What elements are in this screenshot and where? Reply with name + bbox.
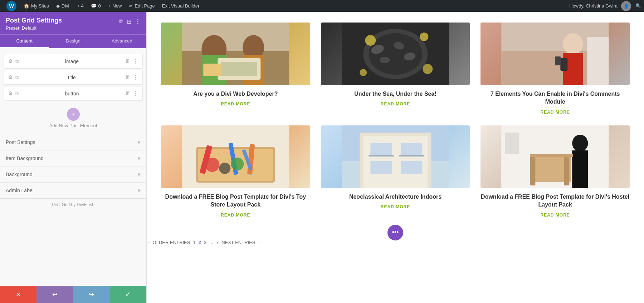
user-greeting: Howdy, Christina Gwira	[569, 3, 618, 9]
post-image-svg-4	[161, 125, 310, 188]
post-readmore-4[interactable]: READ MORE	[221, 213, 250, 218]
settings-icon[interactable]: ⚙	[8, 58, 13, 64]
grid-icon[interactable]: ⊞	[127, 18, 131, 25]
add-element-button[interactable]: + Add New Post Element	[0, 102, 146, 134]
exit-builder-btn[interactable]: Exit Visual Builder	[158, 0, 203, 12]
edit-page-btn[interactable]: ✏ Edit Page	[125, 0, 158, 12]
element-row-title[interactable]: ⚙ ⧉ title 🗑 ⋮	[4, 70, 143, 85]
new-btn[interactable]: + New	[104, 0, 126, 12]
my-sites-label: My Sites	[31, 3, 49, 9]
tab-advanced[interactable]: Advanced	[98, 35, 146, 48]
tab-design[interactable]: Design	[49, 35, 97, 48]
post-readmore-2[interactable]: READ MORE	[381, 101, 410, 106]
confirm-button[interactable]: ✓	[110, 286, 146, 303]
post-readmore-6[interactable]: READ MORE	[540, 213, 570, 218]
delete-icon-title[interactable]: 🗑	[125, 74, 130, 81]
element-title-label: title	[19, 75, 125, 80]
page-1-btn[interactable]: 1	[193, 240, 195, 245]
accordion-item-background[interactable]: Item Background ∨	[0, 150, 146, 166]
post-image-svg-3	[480, 23, 630, 85]
post-image-5	[321, 125, 470, 188]
post-card-6: Download a FREE Blog Post Template for D…	[480, 125, 630, 218]
add-circle-icon: +	[67, 108, 80, 121]
divi-btn[interactable]: ◆ Divi	[53, 0, 73, 12]
tab-content[interactable]: Content	[0, 35, 49, 48]
sidebar-title: Post Grid Settings	[6, 17, 62, 24]
svg-point-33	[205, 158, 219, 172]
post-readmore-1[interactable]: READ MORE	[221, 101, 250, 106]
svg-rect-53	[530, 157, 536, 185]
element-row-button[interactable]: ⚙ ⧉ button 🗑 ⋮	[4, 86, 143, 101]
comments-count-btn[interactable]: ○ 4	[73, 0, 87, 12]
item-background-label: Item Background	[6, 155, 44, 161]
post-card-3: 7 Elements You Can Enable in Divi's Comm…	[480, 23, 630, 115]
copy-icon[interactable]: ⧉	[15, 58, 19, 64]
comments-count: 4	[81, 3, 83, 9]
svg-point-22	[563, 33, 583, 55]
settings-icon-title[interactable]: ⚙	[8, 74, 13, 80]
svg-rect-7	[221, 62, 257, 76]
post-title-5: Neoclassical Architecture Indoors	[349, 193, 441, 201]
svg-rect-24	[587, 37, 609, 85]
redo-button[interactable]: ↪	[73, 286, 110, 303]
window-icon[interactable]: ⧉	[119, 18, 123, 25]
delete-icon[interactable]: 🗑	[125, 58, 130, 65]
cancel-button[interactable]: ✕	[0, 286, 36, 303]
footer-credit-text: Post Grid by DiviFlash	[52, 202, 94, 207]
older-entries-btn[interactable]: ← OLDER ENTRIES	[147, 240, 190, 245]
accordion-background[interactable]: Background ∨	[0, 166, 146, 182]
page-3-btn[interactable]: 3	[204, 240, 206, 245]
sidebar-tabs: Content Design Advanced	[0, 34, 146, 48]
delete-icon-button[interactable]: 🗑	[125, 90, 130, 97]
more-options-icon[interactable]: ⋮	[135, 18, 141, 25]
svg-rect-25	[561, 58, 568, 71]
drag-icon-title[interactable]: ⋮	[132, 74, 138, 81]
svg-rect-51	[530, 154, 573, 157]
accordion-admin-label[interactable]: Admin Label ∨	[0, 182, 146, 198]
svg-rect-45	[369, 155, 394, 157]
post-title-1: Are you a Divi Web Developer?	[193, 90, 278, 98]
comments2-btn[interactable]: 💬 0	[87, 0, 104, 12]
drag-icon[interactable]: ⋮	[132, 58, 138, 65]
page-7-btn[interactable]: 7	[216, 240, 219, 245]
main-content: Are you a Divi Web Developer? READ MORE	[147, 12, 644, 303]
svg-point-49	[572, 135, 588, 152]
sidebar-actions: ✕ ↩ ↪ ✓	[0, 286, 146, 303]
divi-icon: ◆	[56, 3, 60, 9]
next-entries-btn[interactable]: NEXT ENTRIES →	[221, 240, 261, 245]
element-right-icons-button: 🗑 ⋮	[125, 90, 138, 97]
drag-icon-button[interactable]: ⋮	[132, 90, 138, 97]
undo-button[interactable]: ↩	[36, 286, 73, 303]
accordion-post-settings[interactable]: Post Settings ∨	[0, 134, 146, 150]
post-title-3: 7 Elements You Can Enable in Divi's Comm…	[480, 90, 630, 106]
post-readmore-5[interactable]: READ MORE	[381, 204, 410, 209]
svg-point-18	[423, 64, 433, 74]
post-readmore-3[interactable]: READ MORE	[540, 110, 570, 115]
post-image-svg-1	[161, 23, 310, 85]
wp-admin-bar: W 🏠 My Sites ◆ Divi ○ 4 💬 0 + New ✏ Edit…	[0, 0, 644, 12]
sidebar: Post Grid Settings Preset: Default ⧉ ⊞ ⋮…	[0, 12, 147, 303]
element-row-image[interactable]: ⚙ ⧉ image 🗑 ⋮	[4, 54, 143, 69]
my-sites-btn[interactable]: 🏠 My Sites	[20, 0, 53, 12]
svg-point-15	[380, 57, 390, 63]
chevron-down-icon-item-bg: ∨	[137, 156, 141, 161]
copy-icon-button[interactable]: ⧉	[15, 90, 19, 96]
sidebar-content: ⚙ ⧉ image 🗑 ⋮ ⚙ ⧉ title 🗑 ⋮	[0, 48, 146, 286]
element-image-label: image	[19, 59, 125, 64]
exit-builder-label: Exit Visual Builder	[162, 3, 200, 9]
sidebar-preset: Preset: Default	[6, 25, 62, 31]
wp-logo-btn[interactable]: W	[3, 0, 20, 12]
background-label: Background	[6, 172, 33, 177]
post-card-4: Download a FREE Blog Post Template for D…	[161, 125, 310, 218]
page-2-btn[interactable]: 2	[199, 240, 201, 245]
chevron-down-icon-post: ∨	[137, 140, 141, 145]
copy-icon-title[interactable]: ⧉	[15, 74, 19, 80]
search-icon[interactable]: 🔍	[635, 3, 641, 9]
post-title-6: Download a FREE Blog Post Template for D…	[480, 193, 630, 209]
svg-point-19	[360, 69, 367, 76]
settings-icon-button[interactable]: ⚙	[8, 90, 13, 96]
post-image-4	[161, 125, 310, 188]
sidebar-header-top: Post Grid Settings Preset: Default ⧉ ⊞ ⋮	[6, 17, 141, 31]
pagination-dots-btn[interactable]: •••	[387, 225, 403, 240]
header-action-icons: ⧉ ⊞ ⋮	[119, 18, 141, 25]
